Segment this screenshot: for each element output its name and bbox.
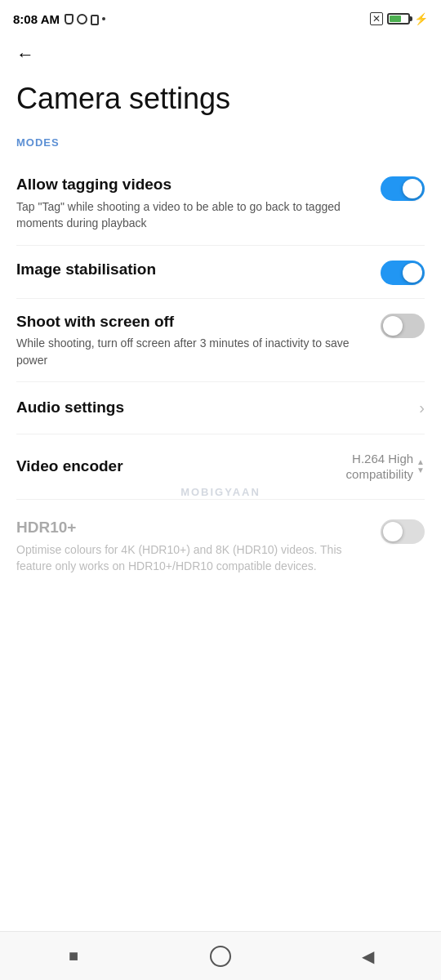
lock-icon [91, 15, 99, 25]
setting-video-encoder[interactable]: Video encoder H.264 High compatibility ▲… [16, 434, 425, 499]
setting-hdr10plus-text: HDR10+ Optimise colours for 4K (HDR10+) … [16, 518, 381, 574]
x-icon: ✕ [370, 12, 383, 25]
setting-audio-settings-title: Audio settings [16, 399, 124, 416]
setting-allow-tagging-title: Allow tagging videos [16, 175, 368, 195]
toggle-hdr10plus-track [381, 519, 425, 544]
toggle-allow-tagging-thumb [403, 179, 422, 198]
toggle-image-stabilisation[interactable] [381, 261, 425, 285]
setting-shoot-screen-off-desc: While shooting, turn off screen after 3 … [16, 335, 368, 368]
toggle-allow-tagging-track[interactable] [381, 176, 425, 201]
divider-5 [16, 499, 425, 500]
setting-allow-tagging: Allow tagging videos Tap "Tag" while sho… [16, 162, 425, 244]
setting-shoot-screen-off-text: Shoot with screen off While shooting, tu… [16, 312, 381, 368]
chevron-right-icon: › [419, 399, 425, 417]
bottom-navigation: ■ ◀ [0, 931, 441, 980]
nav-bar: ← [0, 36, 441, 74]
content-area: MODES Allow tagging videos Tap "Tag" whi… [0, 131, 441, 931]
toggle-allow-tagging[interactable] [381, 176, 425, 201]
chevron-updown-icon: ▲ ▼ [416, 458, 425, 474]
toggle-hdr10plus [381, 519, 425, 544]
setting-hdr10plus-desc: Optimise colours for 4K (HDR10+) and 8K … [16, 541, 368, 575]
page-title: Camera settings [0, 74, 441, 131]
setting-shoot-screen-off: Shoot with screen off While shooting, tu… [16, 299, 425, 381]
status-icons [65, 14, 105, 24]
status-right: ✕ ⚡ [370, 12, 428, 25]
triangle-icon[interactable]: ◀ [362, 947, 374, 966]
nav-home-button[interactable] [203, 938, 238, 974]
battery-indicator [387, 13, 410, 24]
toggle-hdr10plus-thumb [383, 522, 403, 541]
toggle-image-stabilisation-thumb [403, 263, 422, 283]
status-bar: 8:08 AM ✕ ⚡ [0, 0, 441, 36]
back-button[interactable]: ← [16, 44, 34, 65]
dot-icon [102, 17, 105, 20]
setting-video-encoder-value-text: H.264 High compatibility [299, 451, 413, 483]
setting-allow-tagging-text: Allow tagging videos Tap "Tag" while sho… [16, 175, 381, 231]
toggle-shoot-screen-off-thumb [383, 316, 403, 336]
setting-allow-tagging-desc: Tap "Tag" while shooting a video to be a… [16, 198, 368, 232]
face-icon [77, 14, 87, 24]
charging-icon: ⚡ [414, 12, 428, 25]
section-modes-label: MODES [16, 136, 425, 149]
nav-back-button[interactable]: ◀ [350, 938, 385, 974]
toggle-shoot-screen-off[interactable] [381, 314, 425, 338]
setting-video-encoder-value: H.264 High compatibility ▲ ▼ [299, 451, 425, 483]
status-time: 8:08 AM [13, 12, 60, 26]
setting-hdr10plus-title: HDR10+ [16, 518, 368, 538]
toggle-image-stabilisation-track[interactable] [381, 261, 425, 285]
battery-fill [390, 16, 401, 22]
toggle-shoot-screen-off-track[interactable] [381, 314, 425, 338]
setting-shoot-screen-off-title: Shoot with screen off [16, 312, 368, 332]
circle-icon[interactable] [210, 946, 231, 967]
status-time-area: 8:08 AM [13, 12, 105, 26]
setting-image-stabilisation-title: Image stabilisation [16, 260, 368, 280]
square-icon[interactable]: ■ [69, 947, 78, 965]
setting-image-stabilisation-text: Image stabilisation [16, 260, 381, 283]
setting-image-stabilisation: Image stabilisation [16, 246, 425, 298]
setting-audio-settings[interactable]: Audio settings › [16, 382, 425, 434]
nav-square-button[interactable]: ■ [56, 938, 91, 974]
shield-icon [65, 14, 74, 24]
setting-video-encoder-title: Video encoder [16, 457, 123, 475]
battery-icon [387, 13, 410, 24]
setting-hdr10plus: HDR10+ Optimise colours for 4K (HDR10+) … [16, 505, 425, 587]
